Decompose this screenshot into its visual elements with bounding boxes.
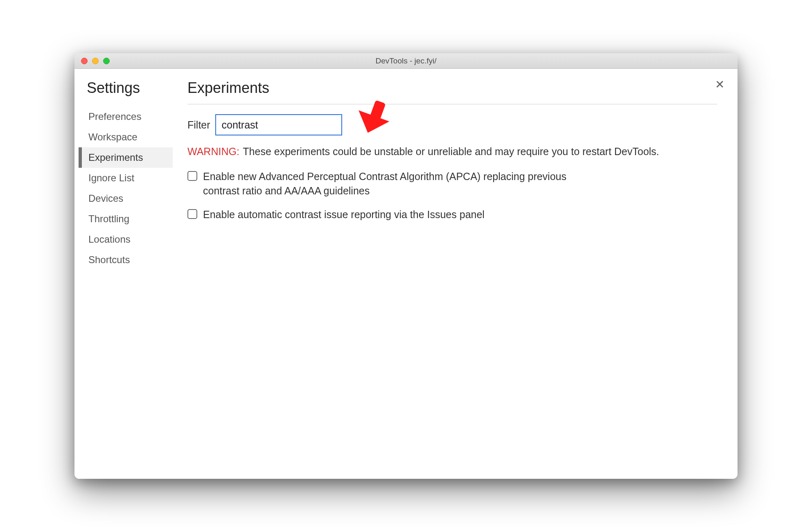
sidebar-item-workspace[interactable]: Workspace [79, 127, 173, 147]
experiment-checkbox-apca[interactable] [187, 171, 197, 181]
close-settings-button[interactable]: ✕ [713, 78, 726, 91]
filter-input[interactable] [215, 114, 342, 135]
sidebar-item-experiments[interactable]: Experiments [79, 147, 173, 168]
sidebar-item-preferences[interactable]: Preferences [79, 106, 173, 127]
svg-marker-1 [352, 110, 389, 137]
settings-sidebar: Settings Preferences Workspace Experimen… [74, 69, 173, 479]
traffic-lights [74, 58, 110, 64]
filter-label: Filter [187, 119, 210, 131]
experiment-label: Enable new Advanced Perceptual Contrast … [203, 169, 596, 198]
window-minimize-button[interactable] [92, 58, 99, 64]
close-icon: ✕ [715, 78, 724, 91]
window-title: DevTools - jec.fyi/ [74, 56, 738, 65]
sidebar-item-locations[interactable]: Locations [79, 229, 173, 250]
filter-row: Filter [187, 114, 717, 135]
devtools-window: DevTools - jec.fyi/ ✕ Settings Preferenc… [74, 53, 738, 479]
sidebar-item-shortcuts[interactable]: Shortcuts [79, 250, 173, 270]
page-title: Experiments [187, 79, 717, 97]
warning-prefix: WARNING: [187, 146, 239, 157]
window-maximize-button[interactable] [103, 58, 110, 64]
sidebar-item-throttling[interactable]: Throttling [79, 209, 173, 229]
window-titlebar: DevTools - jec.fyi/ [74, 53, 738, 69]
experiment-item-apca: Enable new Advanced Perceptual Contrast … [187, 169, 717, 198]
sidebar-title: Settings [79, 79, 173, 97]
warning-text: WARNING: These experiments could be unst… [187, 144, 717, 159]
experiment-checkbox-contrast-issue[interactable] [187, 209, 197, 219]
sidebar-item-devices[interactable]: Devices [79, 188, 173, 209]
divider [187, 104, 717, 104]
sidebar-item-ignore-list[interactable]: Ignore List [79, 168, 173, 188]
warning-body: These experiments could be unstable or u… [243, 146, 659, 157]
experiment-item-contrast-issue: Enable automatic contrast issue reportin… [187, 207, 717, 222]
settings-content: ✕ Settings Preferences Workspace Experim… [74, 69, 738, 479]
experiment-label: Enable automatic contrast issue reportin… [203, 207, 485, 222]
settings-main: Experiments Filter WARNING: These experi… [173, 69, 738, 479]
svg-rect-0 [369, 100, 386, 121]
window-close-button[interactable] [81, 58, 88, 64]
arrow-annotation-icon [351, 96, 396, 137]
